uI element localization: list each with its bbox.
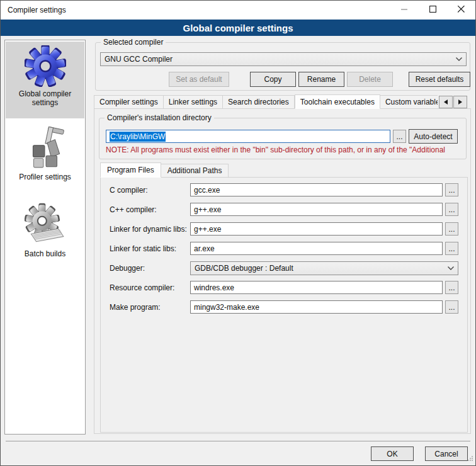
field-label: C compiler: — [110, 186, 190, 195]
copy-button[interactable]: Copy — [250, 72, 296, 87]
c-compiler-input[interactable]: gcc.exe — [190, 183, 443, 196]
compiler-select[interactable]: GNU GCC Compiler — [100, 52, 467, 66]
cpp-compiler-input[interactable]: g++.exe — [190, 203, 443, 216]
gear-blue-icon — [25, 45, 66, 87]
program-files-tabs: Program Files Additional Paths — [100, 162, 229, 178]
sidebar-item-profiler-settings[interactable]: Profiler settings — [6, 122, 84, 196]
debugger-select-value: GDB/CDB debugger : Default — [191, 264, 444, 273]
group-label: Compiler's installation directory — [105, 113, 214, 122]
arrow-left-icon — [444, 99, 448, 105]
button-label: ... — [448, 186, 455, 195]
resource-compiler-input[interactable]: windres.exe — [190, 281, 443, 294]
button-label: Set as default — [176, 75, 222, 84]
sidebar-item-label: Batch builds — [6, 248, 84, 259]
field-value: ar.exe — [194, 244, 215, 253]
debugger-row: Debugger: GDB/CDB debugger : Default — [110, 261, 458, 275]
browse-c-compiler-button[interactable]: ... — [445, 183, 458, 196]
button-label: Auto-detect — [414, 132, 452, 141]
program-files-panel: C compiler: gcc.exe ... C++ compiler: g+… — [100, 177, 468, 433]
rename-button[interactable]: Rename — [298, 72, 344, 87]
field-label: Make program: — [110, 303, 190, 312]
debugger-select[interactable]: GDB/CDB debugger : Default — [190, 261, 458, 275]
cancel-button[interactable]: Cancel — [425, 446, 468, 461]
window-controls — [390, 1, 475, 20]
auto-detect-button[interactable]: Auto-detect — [409, 129, 458, 144]
tab-scroll-controls — [439, 96, 467, 108]
browse-resource-compiler-button[interactable]: ... — [445, 281, 458, 294]
field-label: Linker for static libs: — [110, 244, 190, 253]
dynamic-linker-input[interactable]: g++.exe — [190, 222, 443, 236]
tab-linker-settings[interactable]: Linker settings — [164, 95, 223, 109]
resize-grip[interactable] — [467, 455, 473, 463]
compiler-tabs: Compiler settings Linker settings Search… — [94, 94, 438, 109]
tab-compiler-settings[interactable]: Compiler settings — [94, 95, 164, 109]
button-label: ... — [448, 205, 455, 214]
resource-compiler-row: Resource compiler: windres.exe ... — [110, 281, 458, 294]
ok-button[interactable]: OK — [371, 446, 414, 461]
cpp-compiler-row: C++ compiler: g++.exe ... — [110, 203, 458, 216]
tab-search-directories[interactable]: Search directories — [223, 95, 295, 109]
tab-custom-variables[interactable]: Custom variables — [380, 95, 438, 109]
gear-stack-icon — [25, 203, 66, 247]
group-label: Selected compiler — [101, 38, 166, 47]
button-label: Copy — [264, 75, 281, 84]
browse-static-linker-button[interactable]: ... — [445, 242, 458, 255]
field-label: Debugger: — [110, 264, 190, 273]
maximize-icon — [429, 6, 436, 14]
bin-subdirectory-note: NOTE: All programs must exist either in … — [106, 145, 465, 154]
button-label: ... — [448, 244, 455, 253]
button-label: ... — [448, 225, 455, 234]
tab-label: Toolchain executables — [300, 98, 375, 106]
installation-directory-group: Compiler's installation directory C:\ray… — [99, 118, 467, 159]
browse-directory-button[interactable]: ... — [393, 130, 406, 143]
tab-additional-paths[interactable]: Additional Paths — [161, 164, 229, 178]
minimize-button[interactable] — [390, 1, 419, 20]
close-button[interactable] — [447, 1, 475, 20]
make-program-row: Make program: mingw32-make.exe ... — [110, 300, 458, 314]
tab-label: Linker settings — [169, 98, 217, 106]
delete-button: Delete — [347, 72, 393, 87]
installation-directory-input[interactable]: C:\raylib\MinGW — [106, 130, 390, 143]
tab-label: Additional Paths — [167, 166, 222, 175]
resize-grip-icon — [467, 455, 473, 462]
caliper-icon — [25, 126, 66, 170]
button-label: Cancel — [434, 450, 458, 458]
compiler-select-value: GNU GCC Compiler — [101, 55, 452, 64]
maximize-button[interactable] — [419, 1, 447, 20]
tab-label: Custom variables — [385, 98, 438, 106]
chevron-down-icon — [444, 266, 458, 270]
button-label: ... — [448, 303, 455, 312]
footer-separator — [6, 441, 470, 441]
settings-sidebar: Global compiler settings Profiler settin… — [4, 40, 86, 435]
c-compiler-row: C compiler: gcc.exe ... — [110, 183, 458, 196]
browse-cpp-compiler-button[interactable]: ... — [445, 203, 458, 216]
tab-scroll-left-button[interactable] — [439, 96, 453, 108]
field-value: gcc.exe — [194, 186, 220, 195]
sidebar-item-global-compiler-settings[interactable]: Global compiler settings — [6, 42, 84, 118]
selected-path-text: C:\raylib\MinGW — [110, 132, 166, 142]
page-title: Global compiler settings — [183, 23, 293, 33]
button-label: Reset defaults — [416, 75, 464, 84]
sidebar-item-batch-builds[interactable]: Batch builds — [6, 199, 84, 273]
field-label: Resource compiler: — [110, 283, 190, 292]
reset-defaults-button[interactable]: Reset defaults — [409, 72, 470, 87]
selected-compiler-group: Selected compiler GNU GCC Compiler Set a… — [95, 42, 470, 91]
browse-dynamic-linker-button[interactable]: ... — [445, 222, 458, 236]
tab-toolchain-executables[interactable]: Toolchain executables — [295, 94, 380, 109]
make-program-input[interactable]: mingw32-make.exe — [190, 300, 443, 314]
field-value: g++.exe — [194, 225, 221, 234]
browse-make-program-button[interactable]: ... — [445, 300, 458, 314]
field-value: mingw32-make.exe — [194, 303, 259, 312]
static-linker-row: Linker for static libs: ar.exe ... — [110, 242, 458, 255]
dialog-banner: Global compiler settings — [1, 20, 475, 36]
button-label: Delete — [359, 75, 381, 84]
tab-program-files[interactable]: Program Files — [100, 162, 161, 178]
tab-label: Search directories — [228, 98, 289, 106]
static-linker-input[interactable]: ar.exe — [190, 242, 443, 255]
tab-scroll-right-button[interactable] — [453, 96, 467, 108]
set-as-default-button: Set as default — [169, 72, 229, 87]
field-label: Linker for dynamic libs: — [110, 225, 190, 234]
button-label: ... — [396, 132, 402, 141]
dynamic-linker-row: Linker for dynamic libs: g++.exe ... — [110, 222, 458, 236]
chevron-down-icon — [452, 57, 466, 61]
